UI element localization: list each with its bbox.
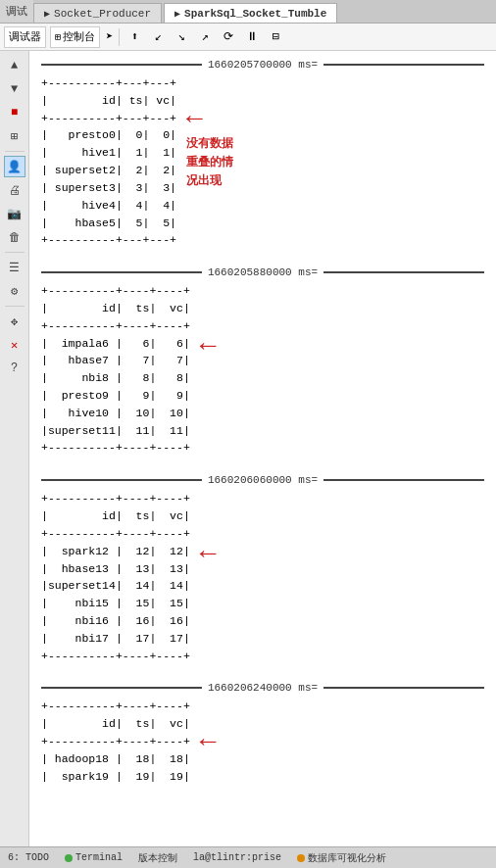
title-bar: 调试 ▶ Socket_Producer ▶ SparkSql_Socket_T… <box>0 0 496 24</box>
status-todo[interactable]: 6: TODO <box>4 848 53 868</box>
version-label: 版本控制 <box>138 851 177 865</box>
tab-sparksql-socket-tumble[interactable]: ▶ SparkSql_Socket_Tumble <box>164 3 337 23</box>
content-area: 1660205700000 ms= +----------+---+---+ |… <box>29 51 496 846</box>
sidebar-divider-3 <box>5 306 25 307</box>
sidebar-icon-move[interactable]: ✥ <box>4 311 25 332</box>
status-database[interactable]: 数据库可视化分析 <box>293 848 390 868</box>
sidebar-icon-up[interactable]: ▲ <box>4 55 25 76</box>
toolbar-btn-step-out[interactable]: ↗ <box>194 26 216 48</box>
debug-label: 调试 <box>0 4 33 19</box>
table-content-3: +----------+----+----+ | id| ts| vc| +--… <box>41 490 190 664</box>
header-line-left-3 <box>41 479 202 481</box>
toolbar-btn-pause[interactable]: ⏸ <box>241 26 263 48</box>
sidebar-icon-print[interactable]: 🖨 <box>4 179 25 201</box>
header-line-right-2 <box>323 271 484 273</box>
sidebar-icon-stop[interactable]: ■ <box>4 102 25 123</box>
table-block-1: 1660205700000 ms= +----------+---+---+ |… <box>41 59 484 249</box>
header-line-right-4 <box>323 687 484 689</box>
sidebar-icon-camera[interactable]: 📷 <box>4 203 25 224</box>
sidebar-divider-2 <box>5 252 25 253</box>
sidebar-icon-cross[interactable]: ✕ <box>4 334 25 356</box>
header-line-right-1 <box>323 64 484 66</box>
block-header-text-4: 1660206240000 ms= <box>202 682 323 694</box>
block-header-2: 1660205880000 ms= <box>41 266 484 278</box>
block-header-4: 1660206240000 ms= <box>41 682 484 694</box>
toolbar-btn-grid[interactable]: ⊟ <box>265 26 286 48</box>
table-content-1: +----------+---+---+ | id| ts| vc| +----… <box>41 74 176 249</box>
toolbar-btn-run-to[interactable]: ⟳ <box>218 26 239 48</box>
toolbar-group-console: ⊞ 控制台 <box>50 26 100 48</box>
header-line-left-1 <box>41 64 202 66</box>
tab-bar: ▶ Socket_Producer ▶ SparkSql_Socket_Tumb… <box>33 0 496 23</box>
toolbar: 调试器 ⊞ 控制台 ➤ ⬆ ↙ ↘ ↗ ⟳ ⏸ ⊟ <box>0 24 496 51</box>
note-1: 没有数据重叠的情况出现 <box>186 134 233 191</box>
arrow-1: ← <box>186 104 203 134</box>
toolbar-separator-1 <box>119 28 120 46</box>
tab-label-1: Socket_Producer <box>54 8 151 20</box>
table-block-3: 1660206060000 ms= +----------+----+----+… <box>41 474 484 664</box>
header-line-left-4 <box>41 687 202 689</box>
database-label: 数据库可视化分析 <box>308 851 386 865</box>
la-label: la@tlintr:prise <box>193 852 281 863</box>
sidebar-icon-user[interactable]: 👤 <box>4 156 25 177</box>
sidebar-icon-question[interactable]: ? <box>4 358 25 379</box>
status-la[interactable]: la@tlintr:prise <box>189 848 285 868</box>
table-content-2: +----------+----+----+ | id| ts| vc| +--… <box>41 282 190 457</box>
sidebar-divider-1 <box>5 151 25 152</box>
terminal-dot <box>65 854 73 862</box>
debugger-label: 调试器 <box>9 29 41 44</box>
status-bar: 6: TODO Terminal 版本控制 la@tlintr:prise 数据… <box>0 846 496 868</box>
todo-label: 6: TODO <box>8 852 49 863</box>
status-version[interactable]: 版本控制 <box>134 848 181 868</box>
toolbar-btn-down-arrow[interactable]: ↙ <box>147 26 169 48</box>
arrow-right-icon: ➤ <box>106 29 113 44</box>
header-line-right-3 <box>323 479 484 481</box>
terminal-label: Terminal <box>75 852 123 863</box>
toolbar-group-debugger: 调试器 <box>4 26 46 48</box>
tab-socket-producer[interactable]: ▶ Socket_Producer <box>33 3 162 23</box>
block-header-1: 1660205700000 ms= <box>41 59 484 71</box>
console-icon: ⊞ <box>55 31 61 43</box>
block-header-text-3: 1660206060000 ms= <box>202 474 323 486</box>
sidebar: ▲ ▼ ■ ⊞ 👤 🖨 📷 🗑 ☰ ⚙ ✥ ✕ ? <box>0 51 29 846</box>
toolbar-btn-step-into[interactable]: ↘ <box>171 26 192 48</box>
main-area: ▲ ▼ ■ ⊞ 👤 🖨 📷 🗑 ☰ ⚙ ✥ ✕ ? 1660205700000 … <box>0 51 496 846</box>
sidebar-icon-delete[interactable]: 🗑 <box>4 226 25 248</box>
table-block-2: 1660205880000 ms= +----------+----+----+… <box>41 266 484 457</box>
arrow-2: ← <box>200 331 217 362</box>
arrow-3: ← <box>200 539 217 569</box>
tab-label-2: SparkSql_Socket_Tumble <box>184 8 326 20</box>
block-header-text-2: 1660205880000 ms= <box>202 266 323 278</box>
sidebar-icon-layout[interactable]: ⊞ <box>4 125 25 147</box>
table-block-4: 1660206240000 ms= +----------+----+----+… <box>41 682 484 785</box>
tab-icon-2: ▶ <box>174 8 180 20</box>
table-content-4: +----------+----+----+ | id| ts| vc| +--… <box>41 698 190 785</box>
status-terminal[interactable]: Terminal <box>61 848 126 868</box>
header-line-left-2 <box>41 271 202 273</box>
toolbar-btn-up[interactable]: ⬆ <box>124 26 145 48</box>
console-label: 控制台 <box>63 29 95 44</box>
tab-icon-1: ▶ <box>44 8 50 20</box>
block-header-text-1: 1660205700000 ms= <box>202 59 323 71</box>
database-dot <box>297 854 305 862</box>
arrow-4: ← <box>200 727 217 757</box>
sidebar-icon-list[interactable]: ☰ <box>4 257 25 278</box>
sidebar-icon-down[interactable]: ▼ <box>4 78 25 100</box>
block-header-3: 1660206060000 ms= <box>41 474 484 486</box>
sidebar-icon-gear[interactable]: ⚙ <box>4 280 25 302</box>
